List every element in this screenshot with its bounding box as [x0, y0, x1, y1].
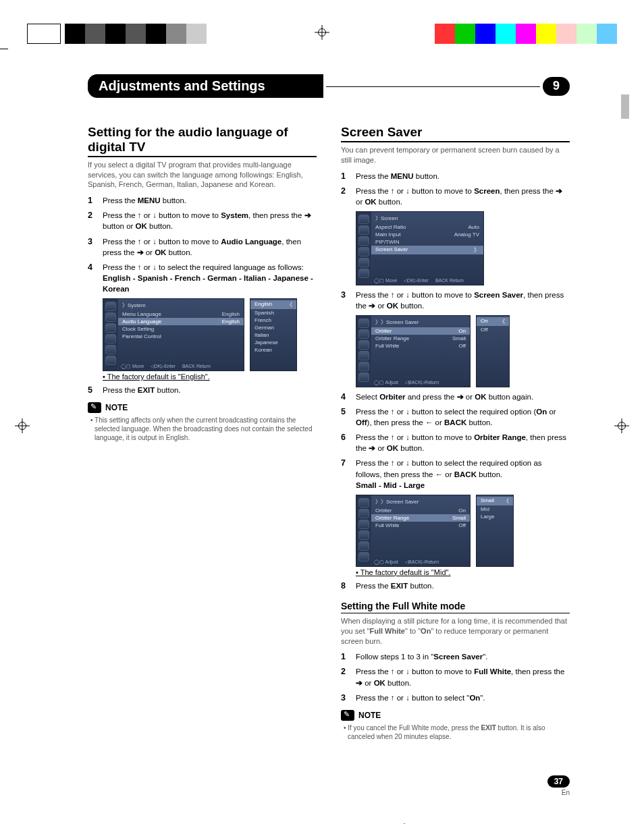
- step-4: Press the ↑ or ↓ to select the required …: [88, 262, 317, 294]
- osd-screensaver-menu-2: 》》Screen Saver OrbiterOn Orbiter RangeSm…: [356, 495, 570, 567]
- language-tab-marker: [621, 94, 629, 119]
- osd-screensaver-menu-1: 》》Screen Saver OrbiterOn Orbiter RangeSm…: [356, 315, 570, 387]
- chapter-title: Adjustments and Settings: [88, 74, 323, 98]
- factory-default-mid: • The factory default is "Mid".: [356, 568, 570, 576]
- steps-screen-saver-a: Press the MENU button. Press the ↑ or ↓ …: [341, 171, 570, 207]
- note-icon: [341, 710, 354, 721]
- step-3: Press the ↑ or ↓ button to move to Scree…: [341, 290, 570, 311]
- intro-text: If you select a digital TV program that …: [88, 160, 317, 190]
- osd-range-popup: Small《 Mid Large: [476, 495, 514, 567]
- factory-default-note: • The factory default is "English".: [103, 373, 317, 381]
- step-5: Press the EXIT button.: [88, 385, 317, 395]
- note-icon: [88, 402, 101, 413]
- osd-system-menu: 》System Menu LanguageEnglish Audio Langu…: [103, 298, 317, 371]
- language-list: English - Spanish - French - German - It…: [103, 274, 313, 293]
- osd-language-popup: English《 Spanish French German Italian J…: [250, 298, 297, 371]
- intro-text-ss: You can prevent temporary or permanent s…: [341, 145, 570, 165]
- step-1: Follow steps 1 to 3 in "Screen Saver".: [341, 651, 570, 662]
- note-header-2: NOTE: [341, 710, 570, 721]
- subsection-full-white: Setting the Full White mode: [341, 601, 570, 613]
- right-column: Screen Saver You can prevent temporary o…: [341, 125, 570, 796]
- step-1: Press the MENU button.: [88, 195, 317, 206]
- note-body: • This setting affects only when the cur…: [88, 416, 317, 442]
- osd-screen-menu: 》Screen Aspect RatioAuto Main InputAnalo…: [356, 211, 570, 285]
- print-registration-marks: [0, 13, 644, 54]
- section-heading-audio-language: Setting for the audio language of digita…: [88, 125, 317, 157]
- step-5: Press the ↑ or ↓ button to select the re…: [341, 406, 570, 428]
- chapter-header: Adjustments and Settings 9: [88, 74, 570, 98]
- note-header: NOTE: [88, 402, 317, 413]
- step-6: Press the ↑ or ↓ button to move to Orbit…: [341, 432, 570, 454]
- osd-onoff-popup: On《 Off: [476, 315, 510, 387]
- step-3: Press the ↑ or ↓ button to move to Audio…: [88, 236, 317, 258]
- steps-full-white: Follow steps 1 to 3 in "Screen Saver". P…: [341, 651, 570, 703]
- step-3: Press the ↑ or ↓ button to select "On".: [341, 692, 570, 703]
- step-2: Press the ↑ or ↓ button to move to Scree…: [341, 186, 570, 207]
- crop-corner: [0, 49, 8, 65]
- chapter-number: 9: [543, 77, 570, 96]
- step-4: Select Orbiter and press the ➔ or OK but…: [341, 391, 570, 402]
- left-column: Setting for the audio language of digita…: [88, 125, 317, 796]
- step-8: Press the EXIT button.: [341, 580, 570, 591]
- step-2: Press the ↑ or ↓ button to move to Syste…: [88, 210, 317, 231]
- section-heading-screen-saver: Screen Saver: [341, 125, 570, 142]
- step-7: Press the ↑ or ↓ button to select the re…: [341, 458, 570, 490]
- steps-audio-language: Press the MENU button. Press the ↑ or ↓ …: [88, 195, 317, 294]
- step-1: Press the MENU button.: [341, 171, 570, 182]
- step-2: Press the ↑ or ↓ button to move to Full …: [341, 666, 570, 688]
- page-number-block: 37 En: [341, 775, 570, 796]
